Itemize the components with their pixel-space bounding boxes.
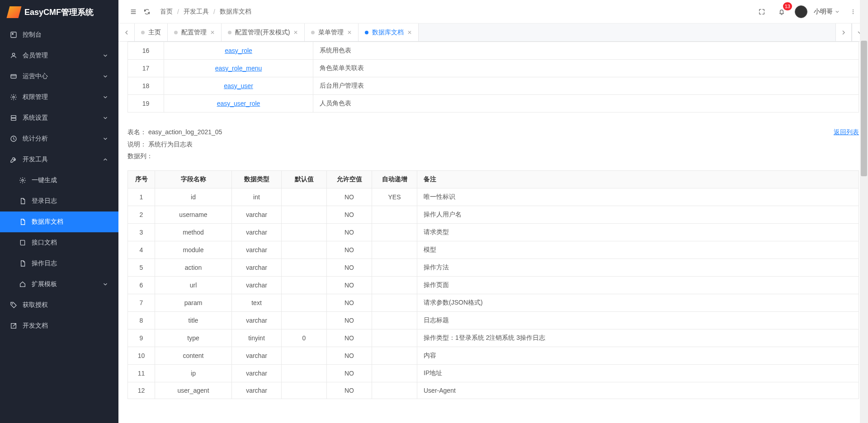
col-null: NO <box>327 364 372 382</box>
tabs-prev-button[interactable] <box>118 24 135 41</box>
col-default <box>282 241 327 258</box>
col-remark: 操作类型：1登录系统 2注销系统 3操作日志 <box>417 329 859 347</box>
chevron-down-icon <box>102 73 108 80</box>
col-null: NO <box>327 329 372 347</box>
tab-4[interactable]: 数据库文档✕ <box>359 24 419 41</box>
fullscreen-button[interactable] <box>755 5 769 19</box>
col-header: 数据类型 <box>232 170 282 188</box>
tab-close-button[interactable]: ✕ <box>293 29 298 36</box>
clock-icon <box>10 135 17 142</box>
col-header: 序号 <box>128 170 155 188</box>
refresh-button[interactable] <box>140 5 154 19</box>
breadcrumb-item[interactable]: 数据库文档 <box>218 8 253 16</box>
col-default <box>282 311 327 329</box>
app-title: EasyCMF管理系统 <box>24 7 94 18</box>
col-index: 3 <box>128 223 155 241</box>
sidebar-item-label: 权限管理 <box>23 93 48 101</box>
content-area[interactable]: 16 easy_role 系统用色表17 easy_role_menu 角色菜单… <box>118 42 868 423</box>
col-ai <box>372 329 417 347</box>
col-header: 默认值 <box>282 170 327 188</box>
col-ai <box>372 223 417 241</box>
scrollbar-track[interactable] <box>860 0 868 423</box>
notification-badge: 13 <box>783 2 792 10</box>
tab-0[interactable]: 主页 <box>135 24 168 41</box>
avatar[interactable] <box>795 5 807 18</box>
tab-2[interactable]: 配置管理(开发模式)✕ <box>222 24 305 41</box>
user-menu[interactable]: 小明哥 <box>814 8 840 16</box>
table-name-link[interactable]: easy_role_menu <box>215 65 262 72</box>
columns-table: 序号字段名称数据类型默认值允许空值自动递增备注1 id int NO YES 唯… <box>127 170 859 399</box>
col-index: 12 <box>128 382 155 399</box>
col-remark: 操作人用户名 <box>417 206 859 223</box>
sidebar-item-8[interactable]: 登录日志 <box>0 191 118 212</box>
back-to-list-link[interactable]: 返回列表 <box>834 126 859 138</box>
col-index: 10 <box>128 347 155 364</box>
scrollbar-thumb[interactable] <box>861 41 867 176</box>
col-null: NO <box>327 223 372 241</box>
wrench-icon <box>10 156 17 163</box>
notification-button[interactable]: 13 <box>775 5 788 19</box>
sidebar-item-9[interactable]: 数据库文档 <box>0 212 118 232</box>
gear-icon <box>10 94 17 101</box>
col-default <box>282 294 327 311</box>
breadcrumb-item[interactable]: 开发工具 <box>182 8 211 16</box>
table-name-link[interactable]: easy_user_role <box>217 100 260 107</box>
sidebar-item-4[interactable]: 系统设置 <box>0 108 118 128</box>
col-index: 8 <box>128 311 155 329</box>
tab-3[interactable]: 菜单管理✕ <box>305 24 359 41</box>
sidebar-item-14[interactable]: 开发文档 <box>0 315 118 336</box>
sidebar-item-11[interactable]: 操作日志 <box>0 253 118 274</box>
col-header: 字段名称 <box>155 170 232 188</box>
tab-close-button[interactable]: ✕ <box>210 29 215 36</box>
sidebar-item-label: 数据库文档 <box>32 218 63 226</box>
sidebar-item-3[interactable]: 权限管理 <box>0 87 118 108</box>
sidebar-item-0[interactable]: 控制台 <box>0 24 118 45</box>
sidebar-item-6[interactable]: 开发工具 <box>0 149 118 170</box>
sidebar-item-5[interactable]: 统计分析 <box>0 128 118 149</box>
table-name-link[interactable]: easy_user <box>224 82 253 89</box>
tab-close-button[interactable]: ✕ <box>407 29 412 36</box>
sidebar-item-2[interactable]: 运营中心 <box>0 66 118 87</box>
tab-close-button[interactable]: ✕ <box>347 29 352 36</box>
more-button[interactable] <box>846 5 860 19</box>
sidebar-item-1[interactable]: 会员管理 <box>0 45 118 66</box>
table-name-label: 表名： <box>127 128 146 136</box>
col-field: content <box>155 347 232 364</box>
tab-indicator-icon <box>228 31 231 34</box>
sidebar: EasyCMF管理系统 控制台 会员管理 运营中心 权限管理 系统设置 统计分析… <box>0 0 118 423</box>
sidebar-item-7[interactable]: 一键生成 <box>0 170 118 191</box>
tab-label: 配置管理 <box>181 28 207 37</box>
table-cols-label: 数据列： <box>127 152 153 160</box>
col-index: 2 <box>128 206 155 223</box>
tab-indicator-icon <box>141 31 145 34</box>
app-logo[interactable]: EasyCMF管理系统 <box>0 0 118 24</box>
tab-1[interactable]: 配置管理✕ <box>168 24 222 41</box>
col-remark: 模型 <box>417 241 859 258</box>
sidebar-item-10[interactable]: 接口文档 <box>0 232 118 253</box>
card-icon <box>10 73 17 80</box>
col-default <box>282 188 327 206</box>
col-type: varchar <box>232 311 282 329</box>
sidebar-item-label: 登录日志 <box>32 197 57 205</box>
col-default <box>282 382 327 399</box>
table-row: 6 url varchar NO 操作页面 <box>128 276 859 294</box>
breadcrumb-item[interactable]: 首页 <box>158 8 175 16</box>
table-row: 9 type tinyint 0 NO 操作类型：1登录系统 2注销系统 3操作… <box>128 329 859 347</box>
tag-icon <box>10 301 17 309</box>
col-type: varchar <box>232 347 282 364</box>
menu-fold-button[interactable] <box>127 5 140 19</box>
tabs-next-button[interactable] <box>835 24 852 41</box>
table-name-link[interactable]: easy_role <box>225 47 252 54</box>
sidebar-item-12[interactable]: 扩展模板 <box>0 274 118 295</box>
chevron-up-icon <box>102 156 108 163</box>
row-index: 18 <box>128 77 164 95</box>
table-desc-label: 说明： <box>127 141 146 148</box>
tabs-row: 主页配置管理✕配置管理(开发模式)✕菜单管理✕数据库文档✕ <box>118 24 868 42</box>
col-ai <box>372 311 417 329</box>
col-index: 5 <box>128 258 155 276</box>
chevron-down-icon <box>835 9 840 14</box>
col-field: param <box>155 294 232 311</box>
tables-list-table: 16 easy_role 系统用色表17 easy_role_menu 角色菜单… <box>127 42 859 113</box>
col-index: 9 <box>128 329 155 347</box>
sidebar-item-13[interactable]: 获取授权 <box>0 295 118 315</box>
